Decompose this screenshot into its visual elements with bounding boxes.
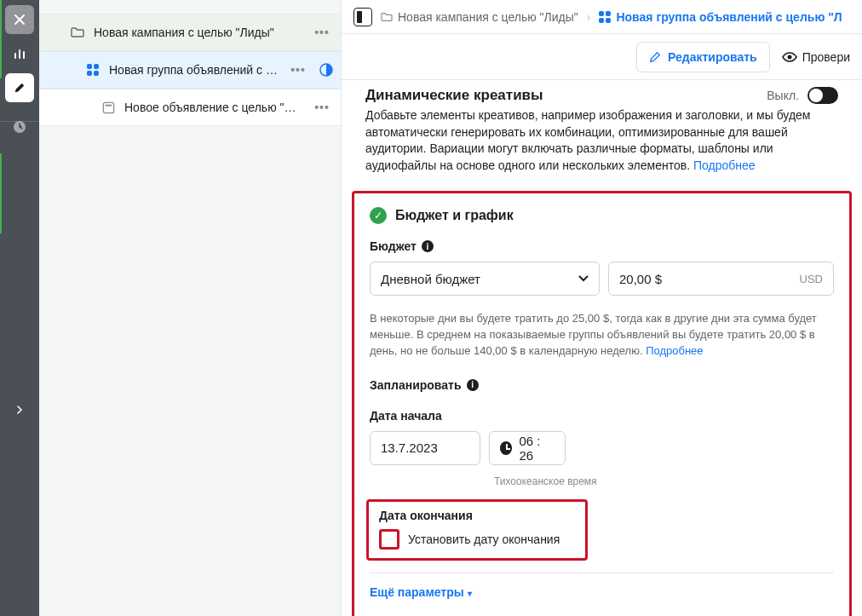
left-rail — [0, 0, 39, 616]
start-date-field[interactable]: 13.7.2023 — [370, 431, 480, 465]
chart-icon[interactable] — [5, 39, 34, 68]
expand-rail-button[interactable] — [9, 400, 30, 420]
tree-campaign-label: Новая кампания с целью "Лиды" — [94, 26, 302, 39]
caret-down-icon: ▾ — [468, 589, 472, 598]
edit-button-label: Редактировать — [668, 50, 757, 64]
dynamic-desc: Добавьте элементы креативов, например из… — [365, 107, 838, 174]
more-options-link[interactable]: Ещё параметры ▾ — [370, 585, 472, 599]
tree-ad[interactable]: Новое объявление с целью "Лиды" ••• — [39, 89, 341, 126]
budget-amount-value: 20,00 $ — [619, 272, 662, 286]
end-date-set-label: Установить дату окончания — [408, 533, 560, 546]
breadcrumb: Новая кампания с целью "Лиды" › Новая гр… — [342, 0, 862, 34]
tree-campaign[interactable]: Новая кампания с целью "Лиды" ••• — [39, 14, 341, 51]
budget-learn-more-link[interactable]: Подробнее — [646, 344, 703, 357]
clock-icon[interactable] — [5, 112, 34, 141]
budget-schedule-card: ✓ Бюджет и график Бюджет i Дневной бюдже… — [352, 191, 852, 616]
crumb-campaign-label: Новая кампания с целью "Лиды" — [398, 10, 578, 24]
svg-point-4 — [787, 55, 791, 59]
divider — [370, 573, 834, 573]
eye-icon — [782, 52, 797, 62]
pencil-icon — [649, 51, 661, 63]
start-date-label: Дата начала — [370, 409, 442, 423]
dynamic-creative-section: Динамические креативы Выкл. Добавьте эле… — [352, 80, 852, 184]
crumb-adset[interactable]: Новая группа объявлений с целью "Л — [599, 10, 842, 24]
tree-campaign-menu[interactable]: ••• — [310, 26, 334, 39]
half-circle-icon — [319, 62, 334, 78]
start-time-field[interactable]: 06 : 26 — [489, 431, 566, 465]
review-button[interactable]: Провери — [782, 50, 850, 64]
tree-ad-menu[interactable]: ••• — [310, 101, 334, 114]
tree-adset-menu[interactable]: ••• — [286, 63, 310, 77]
timezone-label: Тихоокеанское время — [479, 470, 849, 487]
ad-icon — [101, 100, 116, 115]
budget-label: Бюджет — [370, 239, 417, 253]
chevron-right-icon: › — [587, 10, 591, 24]
folder-icon — [70, 25, 85, 40]
pencil-icon[interactable] — [5, 73, 34, 102]
close-button[interactable] — [5, 5, 34, 34]
dynamic-learn-more-link[interactable]: Подробнее — [693, 158, 756, 172]
start-time-value: 06 : 26 — [519, 434, 555, 463]
budget-heading: Бюджет и график — [395, 208, 514, 223]
end-date-section: Дата окончания Установить дату окончания — [366, 499, 588, 561]
folder-icon — [381, 12, 393, 22]
budget-type-select[interactable]: Дневной бюджет — [370, 262, 600, 296]
tree-ad-label: Новое объявление с целью "Лиды" — [124, 101, 302, 114]
campaign-tree: Новая кампания с целью "Лиды" ••• Новая … — [39, 0, 342, 616]
adset-icon — [85, 62, 101, 78]
budget-amount-field[interactable]: 20,00 $ USD — [608, 262, 834, 296]
tree-adset-label: Новая группа объявлений с це… — [109, 63, 278, 77]
action-bar: Редактировать Провери — [342, 34, 862, 80]
adset-icon — [599, 11, 611, 23]
edit-button[interactable]: Редактировать — [636, 42, 770, 72]
info-icon[interactable]: i — [467, 379, 479, 391]
review-button-label: Провери — [802, 50, 850, 64]
budget-help-text: В некоторые дни вы будете тратить до 25,… — [354, 301, 849, 365]
schedule-label: Запланировать — [370, 378, 462, 392]
main-panel: Новая кампания с целью "Лиды" › Новая гр… — [342, 0, 862, 616]
budget-type-value: Дневной бюджет — [381, 272, 480, 286]
end-date-label: Дата окончания — [379, 509, 575, 522]
chevron-down-icon — [578, 275, 589, 282]
dynamic-off-label: Выкл. — [767, 89, 799, 102]
crumb-campaign[interactable]: Новая кампания с целью "Лиды" — [381, 10, 578, 24]
end-date-checkbox[interactable] — [379, 529, 399, 550]
panel-toggle-icon[interactable] — [353, 8, 372, 26]
dynamic-toggle[interactable] — [807, 87, 838, 104]
clock-icon — [500, 441, 512, 455]
start-date-value: 13.7.2023 — [381, 440, 438, 455]
crumb-adset-label: Новая группа объявлений с целью "Л — [616, 10, 842, 24]
info-icon[interactable]: i — [422, 240, 434, 252]
check-circle-icon: ✓ — [370, 207, 387, 224]
tree-adset[interactable]: Новая группа объявлений с це… ••• — [39, 51, 341, 89]
budget-currency: USD — [800, 273, 823, 285]
svg-rect-2 — [103, 102, 113, 112]
dynamic-creative-title: Динамические креативы — [365, 87, 543, 104]
svg-rect-3 — [105, 104, 112, 106]
